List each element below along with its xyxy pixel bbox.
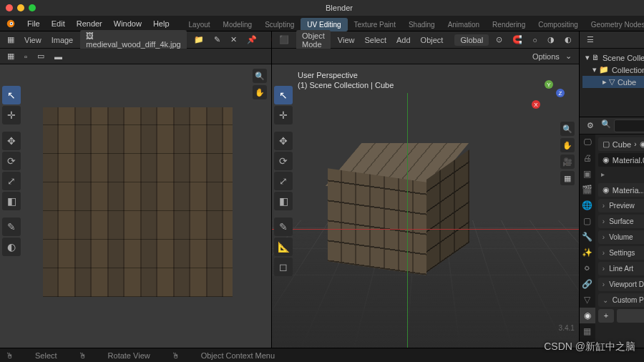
pin-icon[interactable]: 📌 bbox=[244, 35, 260, 44]
view3d-menu-object[interactable]: Object bbox=[418, 36, 447, 44]
menu-window[interactable]: Window bbox=[108, 16, 147, 31]
new-image-icon[interactable]: ✎ bbox=[211, 35, 223, 44]
tab-render-icon[interactable]: 🖵 bbox=[580, 134, 595, 150]
tab-uv-editing[interactable]: UV Editing bbox=[301, 18, 347, 31]
editor-type-3d-icon[interactable]: ⬛ bbox=[276, 35, 292, 44]
close-dot[interactable] bbox=[6, 4, 13, 11]
tool-sample-icon[interactable]: ◐ bbox=[2, 238, 21, 256]
nav-camera-icon[interactable]: 🎥 bbox=[560, 155, 575, 169]
slot-expand[interactable]: ▸ ⌄ bbox=[598, 169, 644, 181]
uv-select-mode-edge-icon[interactable]: ▭ bbox=[34, 52, 47, 61]
tab-texture-paint[interactable]: Texture Paint bbox=[348, 18, 402, 31]
tab-shading[interactable]: Shading bbox=[402, 18, 441, 31]
panel-settings[interactable]: Settings bbox=[598, 246, 644, 260]
tool3d-measure-icon[interactable]: 📐 bbox=[274, 238, 293, 256]
tab-scene-icon[interactable]: 🎬 bbox=[580, 182, 595, 197]
tool3d-cursor-icon[interactable]: ✛ bbox=[274, 106, 293, 124]
tab-sculpting[interactable]: Sculpting bbox=[258, 18, 301, 31]
image-file-dropdown[interactable]: 🖼 medieval_wood_diff_4k.jpg bbox=[80, 30, 187, 50]
gizmo-toggle-icon[interactable]: ◑ bbox=[545, 35, 557, 44]
pan-icon[interactable]: ✋ bbox=[253, 85, 267, 99]
panel-custom-properties[interactable]: Custom Properties bbox=[598, 293, 644, 307]
menu-render[interactable]: Render bbox=[71, 16, 108, 31]
tab-modeling[interactable]: Modeling bbox=[217, 18, 259, 31]
tool-transform-icon[interactable]: ◧ bbox=[2, 192, 21, 210]
tab-layout[interactable]: Layout bbox=[182, 18, 217, 31]
panel-viewport-display[interactable]: Viewport Display bbox=[598, 278, 644, 291]
pivot-icon[interactable]: ⊙ bbox=[493, 35, 505, 44]
tab-output-icon[interactable]: 🖨 bbox=[580, 150, 595, 166]
uv-select-mode-face-icon[interactable]: ▬ bbox=[52, 52, 65, 61]
panel-surface[interactable]: Surface bbox=[598, 215, 644, 228]
viewport3d[interactable]: User Perspective (1) Scene Collection | … bbox=[272, 64, 579, 348]
new-button[interactable]: New bbox=[617, 309, 644, 323]
tab-modifiers-icon[interactable]: 🔧 bbox=[580, 229, 595, 245]
minimize-dot[interactable] bbox=[17, 4, 24, 11]
orientation-dropdown[interactable]: Global bbox=[454, 34, 489, 46]
menu-file[interactable]: File bbox=[21, 16, 46, 31]
panel-volume[interactable]: Volume bbox=[598, 230, 644, 244]
material-slot[interactable]: ◉ Material.002 + − bbox=[598, 153, 644, 167]
outliner-collection[interactable]: ▾ 📁 Collection ☑ 👁 📷 bbox=[582, 64, 644, 76]
tab-physics-icon[interactable]: ⭘ bbox=[580, 260, 595, 276]
outliner-scene-collection[interactable]: ▾ 🗎 Scene Collection bbox=[582, 52, 644, 64]
tab-object-icon[interactable]: ▢ bbox=[580, 213, 595, 229]
panel-preview[interactable]: Preview bbox=[598, 199, 644, 212]
snap-icon[interactable]: 🧲 bbox=[509, 35, 525, 44]
blender-logo-icon[interactable] bbox=[0, 16, 21, 31]
tool-rotate-icon[interactable]: ⟳ bbox=[2, 152, 21, 170]
uv-select-mode-vert-icon[interactable]: ▫ bbox=[21, 52, 30, 61]
tool3d-annotate-icon[interactable]: ✎ bbox=[274, 217, 293, 236]
tool-annotate-icon[interactable]: ✎ bbox=[2, 217, 21, 236]
tab-rendering[interactable]: Rendering bbox=[486, 18, 532, 31]
tool3d-addcube-icon[interactable]: ◻ bbox=[274, 258, 293, 276]
tool-cursor-icon[interactable]: ✛ bbox=[2, 106, 21, 124]
tool-move-icon[interactable]: ✥ bbox=[2, 132, 21, 150]
tab-compositing[interactable]: Compositing bbox=[532, 18, 585, 31]
cube-object[interactable] bbox=[336, 143, 458, 286]
axis-y[interactable]: Y bbox=[545, 80, 553, 89]
tool3d-move-icon[interactable]: ✥ bbox=[274, 132, 293, 150]
tool3d-rotate-icon[interactable]: ⟳ bbox=[274, 152, 293, 170]
uv-menu-view[interactable]: View bbox=[21, 36, 44, 44]
axis-x[interactable]: X bbox=[532, 100, 540, 109]
editor-type-icon[interactable]: ▦ bbox=[4, 35, 17, 44]
uv-menu-image[interactable]: Image bbox=[49, 36, 77, 44]
uv-viewport[interactable]: ↖ ✛ ✥ ⟳ ⤢ ◧ ✎ ◐ 🔍 ✋ bbox=[0, 64, 271, 348]
tab-texture-icon[interactable]: ▦ bbox=[580, 323, 595, 339]
tool-tweak-icon[interactable]: ↖ bbox=[2, 86, 21, 104]
tab-world-icon[interactable]: 🌐 bbox=[580, 197, 595, 213]
tab-material-icon[interactable]: ◉ bbox=[580, 308, 595, 323]
options-dropdown[interactable]: Options bbox=[530, 52, 562, 61]
view3d-menu-add[interactable]: Add bbox=[394, 36, 414, 44]
tab-viewlayer-icon[interactable]: ▣ bbox=[580, 166, 595, 182]
nav-pan-icon[interactable]: ✋ bbox=[560, 138, 575, 152]
material-name-field[interactable]: ◉ Materia... ◫ ⧉ ✕ bbox=[598, 183, 644, 197]
custom-prop-add-icon[interactable]: + bbox=[598, 309, 614, 323]
unlink-image-icon[interactable]: ✕ bbox=[228, 35, 240, 44]
mode-dropdown[interactable]: Object Mode bbox=[296, 30, 331, 50]
panel-lineart[interactable]: Line Art bbox=[598, 262, 644, 275]
tool3d-transform-icon[interactable]: ◧ bbox=[274, 192, 293, 210]
tool3d-scale-icon[interactable]: ⤢ bbox=[274, 172, 293, 190]
breadcrumb-obj[interactable]: Cube bbox=[613, 140, 631, 149]
nav-ortho-icon[interactable]: ▦ bbox=[560, 171, 575, 185]
axis-z[interactable]: Z bbox=[556, 89, 565, 97]
tab-constraints-icon[interactable]: 🔗 bbox=[580, 276, 595, 292]
nav-zoom-icon[interactable]: 🔍 bbox=[560, 122, 575, 136]
zoom-icon[interactable]: 🔍 bbox=[253, 69, 267, 83]
tab-geometry-nodes[interactable]: Geometry Nodes bbox=[585, 18, 644, 31]
menu-edit[interactable]: Edit bbox=[46, 16, 71, 31]
menu-help[interactable]: Help bbox=[147, 16, 175, 31]
view3d-menu-view[interactable]: View bbox=[335, 36, 358, 44]
uv-select-mode-sync-icon[interactable]: ▦ bbox=[4, 52, 17, 61]
properties-icon[interactable]: ⚙ bbox=[584, 121, 597, 130]
maximize-dot[interactable] bbox=[29, 4, 36, 11]
property-search-input[interactable] bbox=[614, 119, 644, 132]
proportional-edit-icon[interactable]: ○ bbox=[530, 36, 540, 44]
tool3d-select-icon[interactable]: ↖ bbox=[274, 86, 293, 104]
view3d-menu-select[interactable]: Select bbox=[361, 36, 389, 44]
tab-meshdata-icon[interactable]: ▽ bbox=[580, 292, 595, 308]
tool-scale-icon[interactable]: ⤢ bbox=[2, 172, 21, 190]
tab-animation[interactable]: Animation bbox=[441, 18, 486, 31]
